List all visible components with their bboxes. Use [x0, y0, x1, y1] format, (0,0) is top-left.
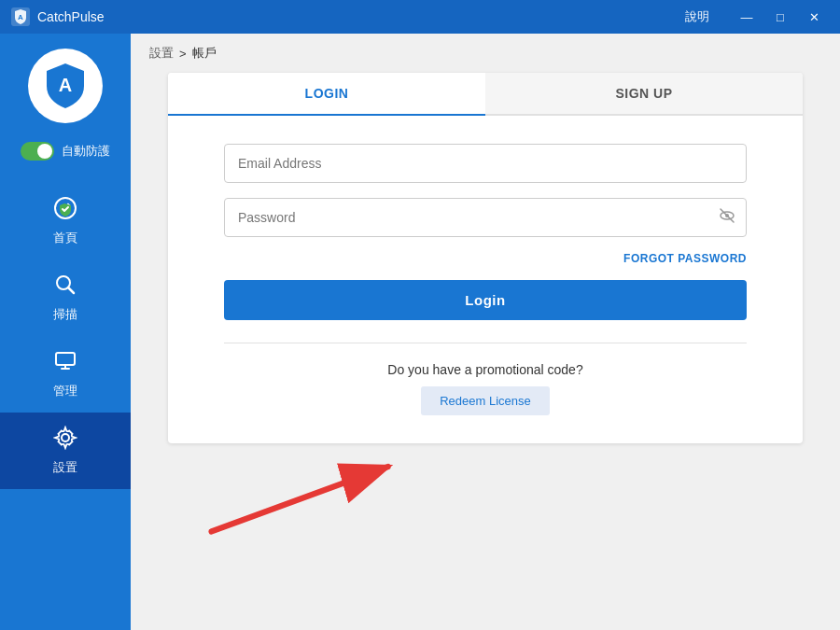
svg-text:A: A	[59, 75, 72, 95]
sidebar-item-manage-label: 管理	[53, 383, 77, 399]
sidebar-item-manage[interactable]: 管理	[0, 336, 131, 413]
home-icon	[53, 196, 77, 226]
sidebar-item-settings[interactable]: 設置	[0, 413, 131, 489]
sidebar: A 自動防護 首頁	[0, 34, 131, 630]
sidebar-item-scan[interactable]: 掃描	[0, 259, 131, 336]
login-form: FORGOT PASSWORD Login Do you have a prom…	[168, 116, 803, 443]
auto-protect-label: 自動防護	[62, 143, 110, 160]
password-input[interactable]	[224, 198, 747, 237]
breadcrumb: 設置 > 帳戶	[131, 34, 840, 73]
title-bar: A CatchPulse 說明 — □ ✕	[0, 0, 840, 34]
forgot-password-link[interactable]: FORGOT PASSWORD	[224, 252, 747, 265]
promo-text: Do you have a promotional code?	[224, 362, 747, 377]
email-group	[224, 144, 747, 183]
redeem-license-button[interactable]: Redeem License	[421, 386, 550, 415]
toggle-switch[interactable]	[21, 142, 54, 161]
app-body: A 自動防護 首頁	[0, 34, 840, 630]
window-controls: — □ ✕	[732, 6, 829, 28]
sidebar-item-home[interactable]: 首頁	[0, 183, 131, 259]
login-button[interactable]: Login	[224, 280, 747, 320]
app-title: CatchPulse	[37, 9, 105, 24]
avatar: A	[28, 49, 103, 123]
email-input[interactable]	[224, 144, 747, 183]
app-logo-icon: A	[11, 7, 30, 26]
auth-tabs: LOGIN SIGN UP	[168, 73, 803, 116]
breadcrumb-settings[interactable]: 設置	[149, 45, 174, 62]
maximize-button[interactable]: □	[765, 6, 795, 28]
divider	[224, 343, 747, 343]
title-bar-left: A CatchPulse	[11, 7, 105, 26]
svg-point-9	[62, 434, 69, 441]
scan-icon	[53, 273, 77, 302]
settings-icon	[53, 426, 77, 455]
breadcrumb-separator: >	[179, 47, 187, 61]
manage-icon	[53, 349, 77, 379]
auto-protect-toggle[interactable]: 自動防護	[21, 142, 110, 161]
svg-line-14	[211, 467, 387, 531]
sidebar-item-home-label: 首頁	[53, 230, 77, 246]
svg-line-5	[68, 287, 74, 293]
close-button[interactable]: ✕	[799, 6, 829, 28]
password-group	[224, 198, 747, 237]
svg-text:A: A	[18, 13, 23, 21]
breadcrumb-account: 帳戶	[192, 45, 217, 62]
promo-section: Do you have a promotional code? Redeem L…	[224, 362, 747, 415]
svg-line-12	[721, 209, 734, 222]
shield-icon: A	[39, 60, 91, 112]
help-label[interactable]: 說明	[685, 8, 709, 25]
svg-rect-6	[56, 353, 75, 365]
password-wrapper	[224, 198, 747, 237]
title-bar-right: 說明 — □ ✕	[685, 6, 829, 28]
login-card: LOGIN SIGN UP	[168, 73, 803, 443]
toggle-password-icon[interactable]	[719, 207, 735, 228]
minimize-button[interactable]: —	[732, 6, 762, 28]
tab-login[interactable]: LOGIN	[168, 73, 485, 116]
tab-signup[interactable]: SIGN UP	[485, 73, 803, 114]
login-card-wrapper: LOGIN SIGN UP	[149, 73, 821, 611]
sidebar-item-scan-label: 掃描	[53, 306, 77, 323]
content-area: 設置 > 帳戶 LOGIN SIGN UP	[131, 34, 840, 630]
sidebar-item-settings-label: 設置	[53, 459, 77, 476]
